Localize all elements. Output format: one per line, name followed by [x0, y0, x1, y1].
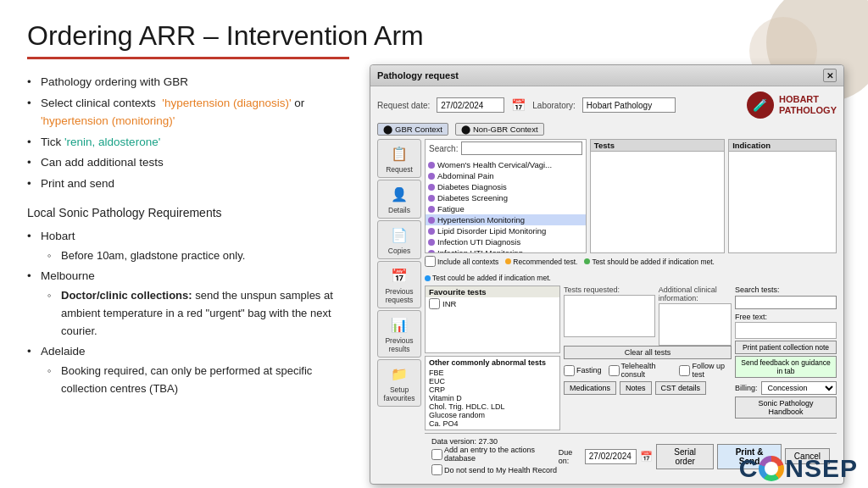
tests-clinical-row: Tests requested: Additional clinical inf… — [564, 286, 732, 346]
locations-list: Hobart Before 10am, gladstone practice o… — [27, 227, 349, 398]
gbr-context-button[interactable]: ⬤ GBR Context — [377, 123, 448, 136]
legend-include-all: Include all contexts — [425, 256, 498, 267]
legend-should-add: Test should be added if indication met. — [584, 258, 715, 266]
sidebar-copies-button[interactable]: 📄 Copies — [377, 220, 421, 259]
do-not-send-item: Do not send to My Health Record — [431, 464, 559, 475]
medications-button[interactable]: Medications — [564, 381, 616, 395]
middle-bottom-section: Tests requested: Additional clinical inf… — [564, 286, 732, 430]
copies-icon: 📄 — [389, 225, 409, 245]
legend-recommended: Recommended test. — [505, 258, 577, 266]
sidebar-request-button[interactable]: 📋 Request — [377, 139, 421, 178]
send-feedback-button[interactable]: Send feedback on guidance in tab — [735, 356, 837, 378]
inr-checkbox[interactable] — [429, 298, 440, 309]
dialog-close-button[interactable]: ✕ — [823, 69, 837, 82]
search-input[interactable] — [461, 141, 581, 155]
list-item[interactable]: Fatigue — [426, 203, 586, 214]
list-item-hypertension[interactable]: Hypertension Monitoring — [426, 214, 586, 225]
serial-order-button[interactable]: Serial order — [656, 444, 714, 469]
notes-button[interactable]: Notes — [620, 381, 652, 395]
print-collection-button[interactable]: Print patient collection note — [735, 341, 837, 354]
common-tests-header: Other commonly abnormal tests — [429, 358, 556, 367]
clear-all-tests-button[interactable]: Clear all tests — [564, 346, 732, 359]
two-column-layout: Pathology ordering with GBR Select clini… — [27, 73, 841, 488]
favourite-tests-box: Favourite tests INR — [425, 286, 560, 353]
hobart-text: HOBART PATHOLOGY — [779, 94, 837, 116]
dialog-bottom-section: Favourite tests INR Other commonly abnor… — [425, 286, 837, 430]
sidebar-details-button[interactable]: 👤 Details — [377, 180, 421, 219]
right-column: Pathology request ✕ Request date: 27/02/… — [370, 73, 844, 488]
bullet-additional-tests: Can add additional tests — [27, 153, 349, 172]
hobart-flask-icon: 🧪 — [747, 92, 774, 119]
clinical-info-area: Additional clinical information: — [659, 286, 732, 346]
tests-requested-area: Tests requested: — [564, 286, 655, 346]
meds-notes-row: Medications Notes CST details — [564, 381, 732, 395]
consep-o-icon — [759, 456, 784, 481]
dialog-main-area: 📋 Request 👤 Details 📄 Copies — [377, 139, 837, 479]
recommended-dot — [505, 258, 511, 264]
indication-panel-header: Indication — [729, 140, 836, 152]
list-item[interactable]: Diabetes Screening — [426, 192, 586, 203]
three-panels: Search: Women's Health Cervical/Vagi... … — [425, 139, 837, 253]
right-bottom-section: Search tests: Free text: Print patient c… — [735, 286, 837, 430]
dot-icon — [428, 217, 435, 224]
sonic-handbook-button[interactable]: Sonic Pathology Handbook — [735, 396, 837, 419]
additional-clinical-box[interactable] — [659, 303, 732, 346]
add-actions-checkbox[interactable] — [431, 449, 442, 460]
search-tests-input[interactable] — [735, 296, 837, 309]
bullet-renin: Tick 'renin, aldosterone' — [27, 133, 349, 152]
consep-c: C — [739, 454, 759, 483]
free-text-box[interactable] — [735, 322, 837, 339]
legend-row: Include all contexts Recommended test. T… — [425, 256, 837, 282]
footer-left: Data version: 27.30 Add an entry to the … — [431, 437, 559, 475]
list-item[interactable]: Infection UTI Monitoring — [426, 247, 586, 252]
fasting-checkbox-item: Fasting — [564, 365, 602, 376]
list-item[interactable]: Diabetes Diagnosis — [426, 181, 586, 192]
cst-details-button[interactable]: CST details — [655, 381, 706, 395]
due-on-row: Due on: 27/02/2024 📅 — [559, 448, 653, 465]
footer-checkboxes: Add an entry to the actions database Do … — [431, 446, 559, 475]
context-row: ⬤ GBR Context ⬤ Non-GBR Context — [377, 123, 837, 136]
request-icon: 📋 — [389, 143, 409, 164]
hobart-detail: Before 10am, gladstone practice only. — [41, 247, 349, 265]
followup-checkbox[interactable] — [679, 365, 690, 376]
fav-item-inr: INR — [426, 297, 559, 310]
telehealth-checkbox[interactable] — [609, 365, 620, 376]
sidebar-setup-favourites-button[interactable]: 📁 Setup favourites — [377, 359, 421, 407]
request-date-input[interactable]: 27/02/2024 — [437, 97, 504, 113]
due-on-calendar-icon[interactable]: 📅 — [640, 451, 653, 463]
do-not-send-checkbox[interactable] — [431, 464, 442, 475]
billing-label: Billing: — [735, 384, 758, 392]
include-all-checkbox[interactable] — [425, 256, 436, 267]
free-text-label: Free text: — [735, 313, 837, 321]
non-gbr-context-button[interactable]: ⬤ Non-GBR Context — [455, 123, 544, 136]
due-on-label: Due on: — [559, 448, 581, 465]
billing-row: Billing: Concession — [735, 381, 837, 395]
previous-requests-icon: 📅 — [389, 265, 409, 286]
list-item[interactable]: Infection UTI Diagnosis — [426, 236, 586, 247]
search-tests-label: Search tests: — [735, 286, 837, 294]
sidebar-previous-results-button[interactable]: 📊 Previous results — [377, 310, 421, 358]
list-item[interactable]: Women's Health Cervical/Vagi... — [426, 159, 586, 170]
consep-nsep: NSEP — [785, 454, 858, 483]
dot-icon — [428, 250, 435, 253]
gbr-context-icon: ⬤ — [383, 125, 392, 134]
due-on-input[interactable]: 27/02/2024 — [585, 449, 637, 464]
calendar-icon[interactable]: 📅 — [511, 98, 526, 112]
list-item[interactable]: Lipid Disorder Lipid Monitoring — [426, 225, 586, 236]
billing-select[interactable]: Concession — [761, 381, 837, 395]
list-item[interactable]: Abdominal Pain — [426, 170, 586, 181]
location-melbourne: Melbourne Doctor/clinic collections: sen… — [27, 267, 349, 340]
location-adelaide: Adelaide Booking required, can only be p… — [27, 342, 349, 397]
link-hypertension-diagnosis: 'hypertension (diagnosis)' — [162, 97, 291, 109]
dot-icon — [428, 239, 435, 246]
slide-content: Ordering ARR – Intervention Arm Patholog… — [0, 0, 868, 488]
laboratory-input[interactable]: Hobart Pathology — [582, 97, 676, 113]
clinical-list: Women's Health Cervical/Vagi... Abdomina… — [426, 159, 586, 252]
indication-area — [729, 152, 836, 236]
tests-list-area — [591, 152, 724, 236]
common-test-crp: CRP — [429, 385, 556, 394]
dot-icon — [428, 162, 435, 169]
fasting-checkbox[interactable] — [564, 365, 575, 376]
common-test-vitd: Vitamin D — [429, 394, 556, 402]
sidebar-previous-requests-button[interactable]: 📅 Previous requests — [377, 261, 421, 308]
